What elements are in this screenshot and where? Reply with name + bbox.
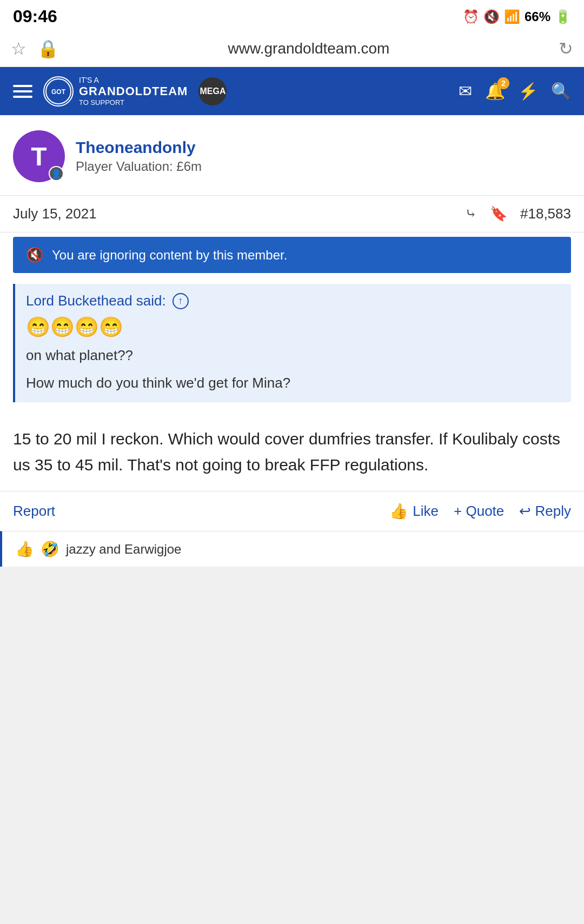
svg-text:GOT: GOT [51, 88, 66, 96]
logo-circle: GOT [43, 76, 74, 107]
nav-bar: GOT IT'S A GRANDOLDTEAM TO SUPPORT MEGA … [0, 67, 584, 115]
ignore-banner: 🔇 You are ignoring content by this membe… [13, 237, 571, 273]
browser-bar: ☆ 🔒 www.grandoldteam.com ↻ [0, 31, 584, 67]
avatar-wrapper: T 👤 [13, 130, 65, 182]
quote-author[interactable]: Lord Buckethead said: [26, 293, 166, 309]
nav-logo[interactable]: GOT IT'S A GRANDOLDTEAM TO SUPPORT [43, 76, 188, 107]
logo-brand: GRANDOLDTEAM [79, 84, 188, 98]
status-icons: ⏰ 🔇 📶 66% 🔋 [463, 9, 571, 24]
laugh-reaction: 🤣 [41, 540, 59, 558]
quote-line2: How much do you think we'd get for Mina? [26, 373, 560, 394]
post-body: 15 to 20 mil I reckon. Which would cover… [0, 413, 584, 491]
status-time: 09:46 [13, 6, 57, 26]
status-bar: 09:46 ⏰ 🔇 📶 66% 🔋 [0, 0, 584, 31]
post-meta: July 15, 2021 ⤷ 🔖 #18,583 [0, 196, 584, 232]
user-header: T 👤 Theoneandonly Player Valuation: £6m [0, 115, 584, 196]
player-valuation: Player Valuation: £6m [76, 159, 202, 174]
nav-icons: ✉ 🔔 2 ⚡ 🔍 [459, 82, 571, 101]
username[interactable]: Theoneandonly [76, 138, 202, 157]
hamburger-line [13, 85, 32, 87]
reply-button[interactable]: ↩ Reply [519, 503, 571, 520]
quote-button[interactable]: + Quote [454, 503, 504, 520]
report-button[interactable]: Report [13, 503, 55, 520]
logo-text: IT'S A GRANDOLDTEAM TO SUPPORT [79, 76, 188, 107]
share-icon[interactable]: ⤷ [465, 205, 477, 222]
bookmark-icon[interactable]: ☆ [11, 38, 26, 59]
like-label: Like [413, 503, 439, 520]
thumbs-up-reaction: 👍 [15, 540, 34, 558]
post-number: #18,583 [520, 205, 571, 222]
user-info: Theoneandonly Player Valuation: £6m [76, 138, 202, 174]
reaction-users[interactable]: jazzy and Earwigjoe [66, 542, 181, 557]
quote-label: + Quote [454, 503, 504, 520]
post-actions: ⤷ 🔖 #18,583 [465, 205, 571, 222]
ignore-message: You are ignoring content by this member. [52, 248, 287, 263]
post-date: July 15, 2021 [13, 205, 97, 222]
logo-its-a: IT'S A [79, 76, 188, 84]
wifi-icon: 📶 [504, 9, 520, 24]
like-icon: 👍 [389, 502, 408, 520]
logo-tagline: TO SUPPORT [79, 98, 188, 107]
hamburger-line [13, 90, 32, 92]
notification-badge: 2 [497, 77, 509, 89]
reactions-row: 👍 🤣 jazzy and Earwigjoe [0, 531, 584, 567]
lightning-icon[interactable]: ⚡ [518, 82, 538, 101]
hamburger-line [13, 96, 32, 98]
reply-label: ↩ Reply [519, 503, 571, 520]
bookmark-post-icon[interactable]: 🔖 [490, 205, 507, 222]
footer-actions: 👍 Like + Quote ↩ Reply [389, 502, 571, 520]
like-button[interactable]: 👍 Like [389, 502, 439, 520]
online-indicator: 👤 [49, 166, 64, 181]
quote-header: Lord Buckethead said: ↑ [15, 284, 571, 316]
post-container: T 👤 Theoneandonly Player Valuation: £6m … [0, 115, 584, 567]
quote-line1: on what planet?? [26, 345, 560, 366]
quote-block: Lord Buckethead said: ↑ 😁😁😁😁 on what pla… [13, 284, 571, 402]
quote-body: 😁😁😁😁 on what planet?? How much do you th… [15, 316, 571, 402]
post-footer: Report 👍 Like + Quote ↩ Reply [0, 491, 584, 531]
ignore-icon: 🔇 [26, 247, 43, 263]
notification-bell[interactable]: 🔔 2 [485, 82, 505, 101]
mega-badge[interactable]: MEGA [198, 77, 227, 105]
battery-icon: 🔋 [555, 9, 571, 24]
mute-icon: 🔇 [483, 9, 500, 24]
alarm-icon: ⏰ [463, 9, 479, 24]
refresh-icon[interactable]: ↻ [559, 38, 573, 59]
lock-icon: 🔒 [37, 38, 59, 59]
hamburger-menu[interactable] [13, 85, 32, 98]
search-icon[interactable]: 🔍 [551, 82, 571, 101]
quote-up-icon[interactable]: ↑ [172, 293, 189, 309]
battery-text: 66% [525, 9, 550, 24]
mail-icon[interactable]: ✉ [459, 82, 472, 101]
quote-emojis: 😁😁😁😁 [26, 316, 560, 338]
url-bar[interactable]: www.grandoldteam.com [70, 40, 548, 57]
